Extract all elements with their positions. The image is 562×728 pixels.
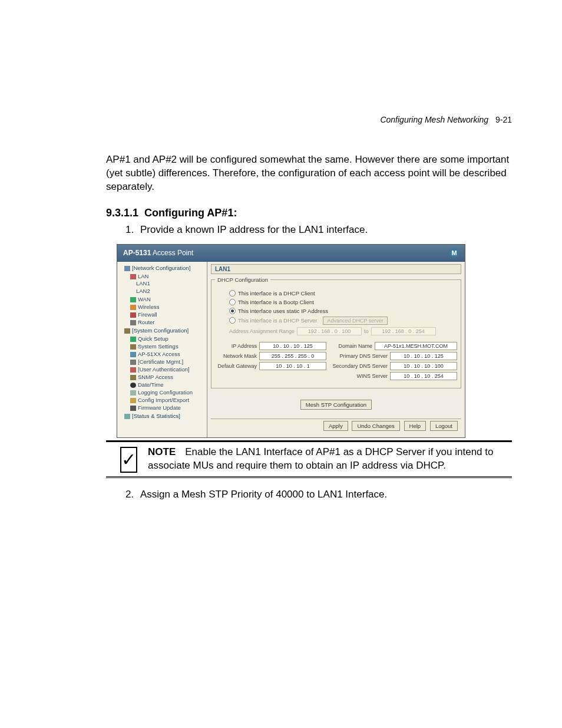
radio-dhcp-server[interactable]: This interface is a DHCP Server Advanced… xyxy=(229,317,457,325)
panel-heading: LAN1 xyxy=(211,264,461,274)
tree-router[interactable]: Router xyxy=(130,318,206,326)
tree-cert-mgmt[interactable]: [Certificate Mgmt.] xyxy=(130,358,206,365)
tree-quick-setup[interactable]: Quick Setup xyxy=(130,335,206,342)
radio-bootp-client[interactable]: This interface is a Bootp Client xyxy=(229,299,457,305)
range-from-input[interactable]: 192 . 168 . 0 . 100 xyxy=(297,327,362,335)
tree-lan1[interactable]: LAN1 xyxy=(136,279,206,287)
app-title-bar: AP-5131 Access Point M xyxy=(117,245,465,262)
intro-paragraph: AP#1 and AP#2 will be configured somewha… xyxy=(106,153,512,194)
dhcp-legend: DHCP Configuration xyxy=(215,276,270,283)
secondary-dns-input[interactable]: 10 . 10 . 10 . 100 xyxy=(390,362,457,370)
step-2: Assign a Mesh STP Priority of 40000 to L… xyxy=(137,489,512,500)
tree-config-ie[interactable]: Config Import/Export xyxy=(130,396,206,404)
note-label: NOTE xyxy=(148,446,176,457)
primary-dns-input[interactable]: 10 . 10 . 10 . 125 xyxy=(390,352,457,360)
tree-ap-access[interactable]: AP-51XX Access xyxy=(130,350,206,358)
motorola-logo-icon: M xyxy=(449,248,459,258)
tree-lan[interactable]: LAN LAN1 LAN2 xyxy=(130,272,206,295)
wins-server-input[interactable]: 10 . 10 . 10 . 254 xyxy=(390,372,457,380)
apply-button[interactable]: Apply xyxy=(323,421,348,431)
address-range-row: Address Assignment Range 192 . 168 . 0 .… xyxy=(229,327,457,335)
bottom-button-bar: Apply Undo Changes Help Logout xyxy=(211,419,461,433)
tree-firewall[interactable]: Firewall xyxy=(130,311,206,318)
config-screenshot: AP-5131 Access Point M [Network Configur… xyxy=(117,244,465,438)
tree-datetime[interactable]: Date/Time xyxy=(130,381,206,388)
page-header: Configuring Mesh Networking 9-21 xyxy=(380,115,512,124)
help-button[interactable]: Help xyxy=(404,421,427,431)
domain-name-input[interactable]: AP-51x1.MESH.MOT.COM xyxy=(375,342,457,350)
mesh-stp-config-button[interactable]: Mesh STP Configuration xyxy=(300,400,372,410)
tree-system-config[interactable]: [System Configuration] xyxy=(124,327,206,334)
step-list-1: Provide a known IP address for the LAN1 … xyxy=(106,224,512,236)
dhcp-config-group: DHCP Configuration This interface is a D… xyxy=(211,276,461,388)
logout-button[interactable]: Logout xyxy=(430,421,458,431)
network-mask-input[interactable]: 255 . 255 . 255 . 0 xyxy=(259,352,326,360)
check-icon: ✓ xyxy=(120,447,137,473)
tree-user-auth[interactable]: [User Authentication] xyxy=(130,365,206,373)
ip-address-input[interactable]: 10 . 10 . 10 . 125 xyxy=(259,342,326,350)
tree-network-config[interactable]: [Network Configuration] xyxy=(124,264,206,272)
default-gateway-input[interactable]: 10 . 10 . 10 . 1 xyxy=(259,362,326,370)
step-1: Provide a known IP address for the LAN1 … xyxy=(137,224,512,236)
step-list-2: Assign a Mesh STP Priority of 40000 to L… xyxy=(106,489,512,500)
header-section: Configuring Mesh Networking xyxy=(380,115,488,124)
radio-static-ip[interactable]: This interface uses static IP Address xyxy=(229,308,457,314)
note-block: ✓ NOTEEnable the LAN1 Interface of AP#1 … xyxy=(106,440,512,478)
tree-wireless[interactable]: Wireless xyxy=(130,303,206,311)
advanced-dhcp-button[interactable]: Advanced DHCP server xyxy=(323,317,387,325)
tree-wan[interactable]: WAN xyxy=(130,295,206,303)
tree-lan2[interactable]: LAN2 xyxy=(136,287,206,295)
tree-snmp[interactable]: SNMP Access xyxy=(130,373,206,381)
tree-status-stats[interactable]: [Status & Statistics] xyxy=(124,412,206,420)
nav-tree[interactable]: [Network Configuration] LAN LAN1 LAN2 WA… xyxy=(117,262,207,437)
section-heading: 9.3.1.1 Configuring AP#1: xyxy=(106,207,512,219)
tree-logging[interactable]: Logging Configuration xyxy=(130,388,206,396)
radio-dhcp-client[interactable]: This interface is a DHCP Client xyxy=(229,290,457,297)
note-text: Enable the LAN1 Interface of AP#1 as a D… xyxy=(148,446,493,471)
range-to-input[interactable]: 192 . 168 . 0 . 254 xyxy=(371,327,436,335)
tree-firmware[interactable]: Firmware Update xyxy=(130,404,206,411)
header-page: 9-21 xyxy=(495,115,512,124)
undo-changes-button[interactable]: Undo Changes xyxy=(352,421,399,431)
tree-system-settings[interactable]: System Settings xyxy=(130,342,206,350)
